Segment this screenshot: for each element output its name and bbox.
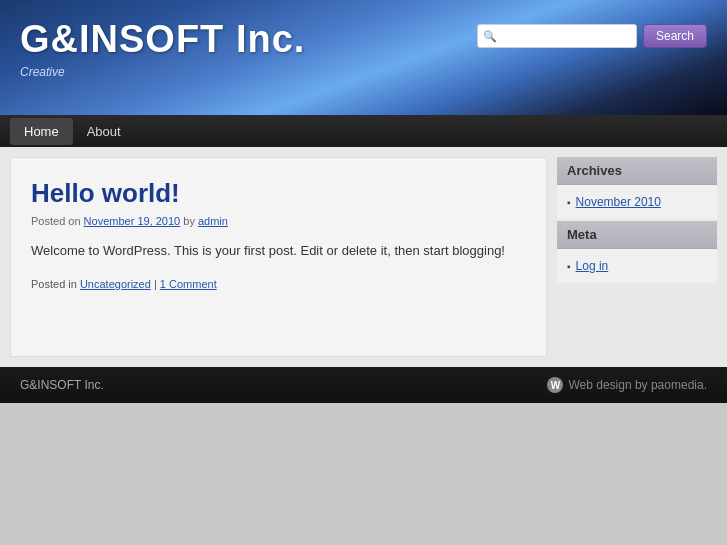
search-icon: 🔍: [483, 30, 497, 43]
post-author[interactable]: admin: [198, 215, 228, 227]
archives-title: Archives: [557, 157, 717, 185]
post-content: Welcome to WordPress. This is your first…: [31, 241, 526, 262]
footer-right-text: Web design by paomedia.: [568, 378, 707, 392]
main-wrapper: Hello world! Posted on November 19, 2010…: [0, 147, 727, 367]
content-area: Hello world! Posted on November 19, 2010…: [10, 157, 547, 357]
post-date[interactable]: November 19, 2010: [84, 215, 181, 227]
archives-widget: Archives November 2010: [557, 157, 717, 219]
search-button[interactable]: Search: [643, 24, 707, 48]
post-by: by: [183, 215, 198, 227]
meta-title: Meta: [557, 221, 717, 249]
nav-item-home[interactable]: Home: [10, 118, 73, 145]
meta-list: Log in: [567, 257, 707, 275]
meta-item: Log in: [567, 257, 707, 275]
site-tagline: Creative: [20, 65, 477, 79]
footer-right: W Web design by paomedia.: [547, 377, 707, 393]
sidebar: Archives November 2010 Meta Log in: [557, 157, 717, 357]
post-meta-prefix: Posted on: [31, 215, 84, 227]
site-footer: G&INSOFT Inc. W Web design by paomedia.: [0, 367, 727, 403]
archive-item: November 2010: [567, 193, 707, 211]
footer-left: G&INSOFT Inc.: [20, 378, 104, 392]
search-input-wrapper: 🔍: [477, 24, 637, 48]
archives-list: November 2010: [567, 193, 707, 211]
post-title[interactable]: Hello world!: [31, 178, 526, 209]
meta-content: Log in: [557, 249, 717, 283]
nav-item-about[interactable]: About: [73, 118, 135, 145]
post-category[interactable]: Uncategorized: [80, 278, 151, 290]
search-area: 🔍 Search: [477, 24, 707, 48]
post: Hello world! Posted on November 19, 2010…: [31, 178, 526, 290]
archives-content: November 2010: [557, 185, 717, 219]
archive-link[interactable]: November 2010: [576, 195, 661, 209]
header-title-area: G&INSOFT Inc. Creative: [20, 18, 477, 79]
post-footer: Posted in Uncategorized | 1 Comment: [31, 278, 526, 290]
main-nav: Home About: [0, 115, 727, 147]
meta-widget: Meta Log in: [557, 221, 717, 283]
site-title: G&INSOFT Inc.: [20, 18, 477, 61]
post-meta: Posted on November 19, 2010 by admin: [31, 215, 526, 227]
post-comments[interactable]: 1 Comment: [160, 278, 217, 290]
posted-in-label: Posted in: [31, 278, 80, 290]
login-link[interactable]: Log in: [576, 259, 609, 273]
wordpress-icon: W: [547, 377, 563, 393]
site-header: G&INSOFT Inc. Creative 🔍 Search: [0, 0, 727, 115]
search-input[interactable]: [477, 24, 637, 48]
